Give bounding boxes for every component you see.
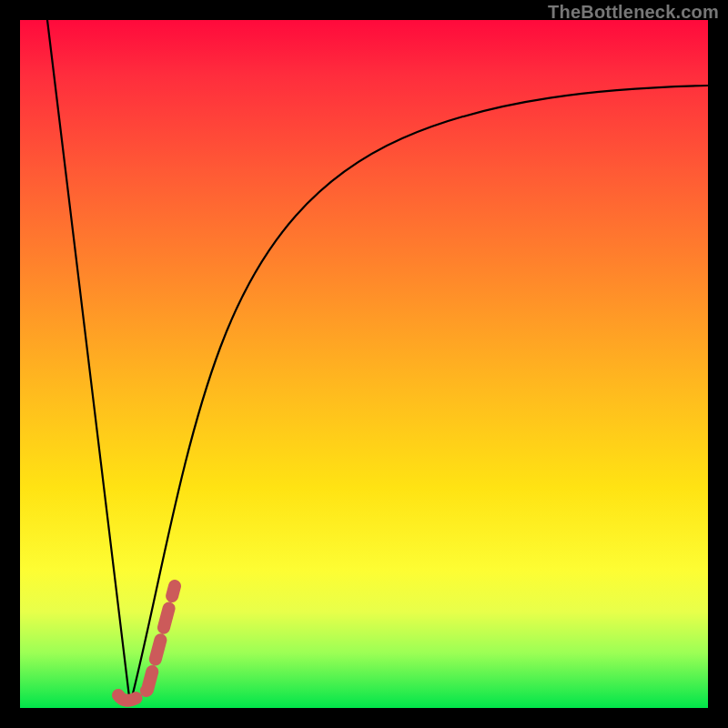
plot-area (20, 20, 708, 708)
rising-curve (130, 86, 708, 704)
chart-frame: TheBottleneck.com (0, 0, 728, 728)
left-falling-line (47, 20, 130, 704)
curves-svg (20, 20, 708, 708)
